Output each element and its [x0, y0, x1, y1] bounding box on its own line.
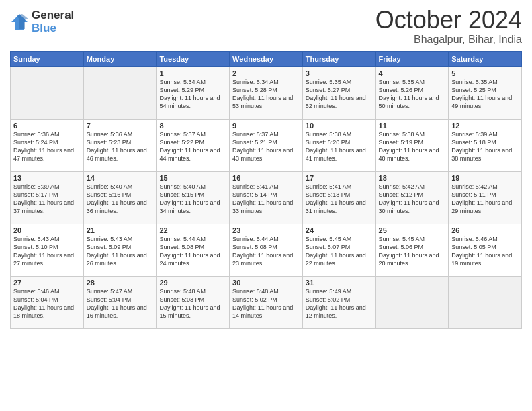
day-number: 10 — [306, 122, 373, 130]
calendar-cell: 29Sunrise: 5:48 AM Sunset: 5:03 PM Dayli… — [157, 276, 230, 328]
col-saturday: Saturday — [449, 51, 522, 66]
cell-content: Sunrise: 5:44 AM Sunset: 5:08 PM Dayligh… — [232, 235, 300, 268]
calendar-week-4: 27Sunrise: 5:46 AM Sunset: 5:04 PM Dayli… — [11, 276, 522, 328]
day-number: 16 — [232, 174, 300, 182]
title-block: October 2024 Bhagalpur, Bihar, India — [375, 7, 522, 46]
cell-content: Sunrise: 5:35 AM Sunset: 5:27 PM Dayligh… — [306, 78, 373, 111]
generalblue-icon — [10, 13, 29, 32]
header-row: Sunday Monday Tuesday Wednesday Thursday… — [11, 51, 522, 66]
calendar-week-1: 6Sunrise: 5:36 AM Sunset: 5:24 PM Daylig… — [11, 119, 522, 171]
cell-content: Sunrise: 5:35 AM Sunset: 5:26 PM Dayligh… — [379, 78, 446, 111]
calendar-cell: 20Sunrise: 5:43 AM Sunset: 5:10 PM Dayli… — [11, 224, 84, 276]
calendar-cell: 10Sunrise: 5:38 AM Sunset: 5:20 PM Dayli… — [302, 119, 375, 171]
calendar-cell: 12Sunrise: 5:39 AM Sunset: 5:18 PM Dayli… — [449, 119, 522, 171]
cell-content: Sunrise: 5:42 AM Sunset: 5:12 PM Dayligh… — [379, 183, 446, 216]
day-number: 2 — [232, 69, 300, 77]
day-number: 20 — [13, 226, 81, 234]
calendar-cell: 25Sunrise: 5:45 AM Sunset: 5:06 PM Dayli… — [375, 224, 449, 276]
day-number: 8 — [159, 122, 226, 130]
calendar-table: Sunday Monday Tuesday Wednesday Thursday… — [10, 51, 522, 329]
col-tuesday: Tuesday — [157, 51, 230, 66]
day-number: 27 — [13, 279, 81, 287]
day-number: 4 — [379, 69, 446, 77]
day-number: 9 — [232, 122, 300, 130]
day-number: 19 — [451, 174, 519, 182]
col-monday: Monday — [83, 51, 157, 66]
calendar-cell: 18Sunrise: 5:42 AM Sunset: 5:12 PM Dayli… — [375, 171, 449, 224]
cell-content: Sunrise: 5:35 AM Sunset: 5:25 PM Dayligh… — [451, 78, 519, 111]
cell-content: Sunrise: 5:43 AM Sunset: 5:10 PM Dayligh… — [13, 235, 81, 268]
calendar-cell: 6Sunrise: 5:36 AM Sunset: 5:24 PM Daylig… — [11, 119, 84, 171]
cell-content: Sunrise: 5:47 AM Sunset: 5:04 PM Dayligh… — [87, 287, 154, 320]
cell-content: Sunrise: 5:48 AM Sunset: 5:03 PM Dayligh… — [159, 287, 226, 320]
day-number: 11 — [379, 122, 446, 130]
calendar-cell: 16Sunrise: 5:41 AM Sunset: 5:14 PM Dayli… — [230, 171, 303, 224]
calendar-cell: 30Sunrise: 5:48 AM Sunset: 5:02 PM Dayli… — [230, 276, 303, 328]
calendar-cell: 3Sunrise: 5:35 AM Sunset: 5:27 PM Daylig… — [302, 66, 375, 119]
logo-general: General — [32, 9, 74, 22]
calendar-cell: 17Sunrise: 5:41 AM Sunset: 5:13 PM Dayli… — [302, 171, 375, 224]
day-number: 21 — [87, 226, 154, 234]
calendar-cell — [375, 276, 449, 328]
cell-content: Sunrise: 5:34 AM Sunset: 5:28 PM Dayligh… — [232, 78, 300, 111]
day-number: 29 — [159, 279, 226, 287]
calendar-cell: 1Sunrise: 5:34 AM Sunset: 5:29 PM Daylig… — [157, 66, 230, 119]
day-number: 14 — [87, 174, 154, 182]
calendar-week-0: 1Sunrise: 5:34 AM Sunset: 5:29 PM Daylig… — [11, 66, 522, 119]
calendar-cell: 4Sunrise: 5:35 AM Sunset: 5:26 PM Daylig… — [375, 66, 449, 119]
day-number: 28 — [87, 279, 154, 287]
cell-content: Sunrise: 5:49 AM Sunset: 5:02 PM Dayligh… — [306, 287, 373, 320]
cell-content: Sunrise: 5:45 AM Sunset: 5:07 PM Dayligh… — [306, 235, 373, 268]
cell-content: Sunrise: 5:40 AM Sunset: 5:16 PM Dayligh… — [87, 183, 154, 216]
cell-content: Sunrise: 5:34 AM Sunset: 5:29 PM Dayligh… — [159, 78, 226, 111]
cell-content: Sunrise: 5:40 AM Sunset: 5:15 PM Dayligh… — [159, 183, 226, 216]
cell-content: Sunrise: 5:44 AM Sunset: 5:08 PM Dayligh… — [159, 235, 226, 268]
month-title: October 2024 — [375, 7, 522, 34]
calendar-cell: 15Sunrise: 5:40 AM Sunset: 5:15 PM Dayli… — [157, 171, 230, 224]
calendar-cell — [83, 66, 157, 119]
cell-content: Sunrise: 5:37 AM Sunset: 5:21 PM Dayligh… — [232, 130, 300, 163]
cell-content: Sunrise: 5:43 AM Sunset: 5:09 PM Dayligh… — [87, 235, 154, 268]
day-number: 26 — [451, 226, 519, 234]
calendar-cell: 9Sunrise: 5:37 AM Sunset: 5:21 PM Daylig… — [230, 119, 303, 171]
cell-content: Sunrise: 5:38 AM Sunset: 5:19 PM Dayligh… — [379, 130, 446, 163]
calendar-cell: 7Sunrise: 5:36 AM Sunset: 5:23 PM Daylig… — [83, 119, 157, 171]
cell-content: Sunrise: 5:37 AM Sunset: 5:22 PM Dayligh… — [159, 130, 226, 163]
cell-content: Sunrise: 5:41 AM Sunset: 5:14 PM Dayligh… — [232, 183, 300, 216]
cell-content: Sunrise: 5:48 AM Sunset: 5:02 PM Dayligh… — [232, 287, 300, 320]
day-number: 22 — [159, 226, 226, 234]
day-number: 25 — [379, 226, 446, 234]
page: General Blue October 2024 Bhagalpur, Bih… — [0, 0, 532, 411]
day-number: 5 — [451, 69, 519, 77]
col-thursday: Thursday — [302, 51, 375, 66]
calendar-week-2: 13Sunrise: 5:39 AM Sunset: 5:17 PM Dayli… — [11, 171, 522, 224]
calendar-cell: 23Sunrise: 5:44 AM Sunset: 5:08 PM Dayli… — [230, 224, 303, 276]
col-wednesday: Wednesday — [230, 51, 303, 66]
calendar-cell: 2Sunrise: 5:34 AM Sunset: 5:28 PM Daylig… — [230, 66, 303, 119]
day-number: 18 — [379, 174, 446, 182]
calendar-cell: 21Sunrise: 5:43 AM Sunset: 5:09 PM Dayli… — [83, 224, 157, 276]
day-number: 6 — [13, 122, 81, 130]
logo-text: General Blue — [32, 9, 74, 34]
calendar-cell: 14Sunrise: 5:40 AM Sunset: 5:16 PM Dayli… — [83, 171, 157, 224]
cell-content: Sunrise: 5:36 AM Sunset: 5:24 PM Dayligh… — [13, 130, 81, 163]
calendar-cell: 8Sunrise: 5:37 AM Sunset: 5:22 PM Daylig… — [157, 119, 230, 171]
day-number: 17 — [306, 174, 373, 182]
day-number: 24 — [306, 226, 373, 234]
calendar-cell: 31Sunrise: 5:49 AM Sunset: 5:02 PM Dayli… — [302, 276, 375, 328]
calendar-cell: 24Sunrise: 5:45 AM Sunset: 5:07 PM Dayli… — [302, 224, 375, 276]
header: General Blue October 2024 Bhagalpur, Bih… — [10, 7, 522, 46]
calendar-cell: 28Sunrise: 5:47 AM Sunset: 5:04 PM Dayli… — [83, 276, 157, 328]
calendar-cell: 22Sunrise: 5:44 AM Sunset: 5:08 PM Dayli… — [157, 224, 230, 276]
cell-content: Sunrise: 5:36 AM Sunset: 5:23 PM Dayligh… — [87, 130, 154, 163]
day-number: 23 — [232, 226, 300, 234]
cell-content: Sunrise: 5:38 AM Sunset: 5:20 PM Dayligh… — [306, 130, 373, 163]
cell-content: Sunrise: 5:39 AM Sunset: 5:17 PM Dayligh… — [13, 183, 81, 216]
logo: General Blue — [10, 9, 74, 34]
calendar-cell: 19Sunrise: 5:42 AM Sunset: 5:11 PM Dayli… — [449, 171, 522, 224]
calendar-cell: 13Sunrise: 5:39 AM Sunset: 5:17 PM Dayli… — [11, 171, 84, 224]
day-number: 7 — [87, 122, 154, 130]
cell-content: Sunrise: 5:41 AM Sunset: 5:13 PM Dayligh… — [306, 183, 373, 216]
day-number: 30 — [232, 279, 300, 287]
day-number: 15 — [159, 174, 226, 182]
